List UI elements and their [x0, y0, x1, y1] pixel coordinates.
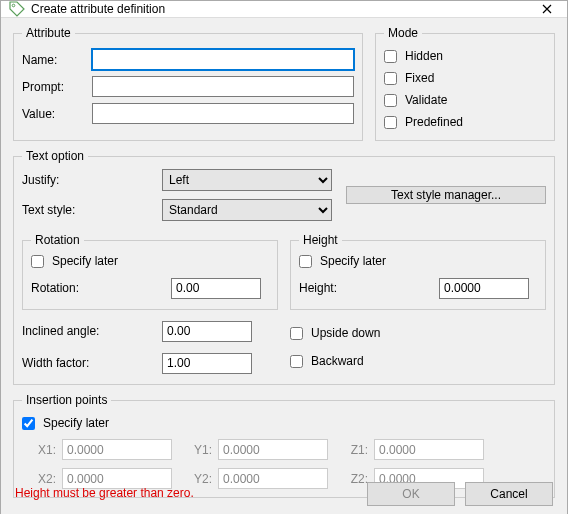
error-message: Height must be greater than zero.	[15, 486, 194, 500]
rotation-group: Rotation Specify later Rotation:	[22, 233, 278, 310]
predefined-label: Predefined	[405, 115, 463, 129]
fixed-checkbox[interactable]	[384, 72, 397, 85]
text-style-select[interactable]: Standard	[162, 199, 332, 221]
rotation-specify-label: Specify later	[52, 254, 118, 268]
y1-input	[218, 439, 328, 460]
attribute-group: Attribute Name: Prompt: Value:	[13, 26, 363, 141]
height-group: Height Specify later Height:	[290, 233, 546, 310]
z2-label: Z2:	[334, 472, 368, 486]
inclined-label: Inclined angle:	[22, 324, 162, 338]
text-option-legend: Text option	[22, 149, 88, 163]
prompt-input[interactable]	[92, 76, 354, 97]
name-input[interactable]	[92, 49, 354, 70]
value-label: Value:	[22, 107, 92, 121]
text-style-label: Text style:	[22, 203, 162, 217]
insertion-specify-label: Specify later	[43, 416, 109, 430]
justify-select[interactable]: Left	[162, 169, 332, 191]
hidden-checkbox[interactable]	[384, 50, 397, 63]
height-specify-checkbox[interactable]	[299, 255, 312, 268]
z1-label: Z1:	[334, 443, 368, 457]
predefined-checkbox[interactable]	[384, 116, 397, 129]
rotation-label: Rotation:	[31, 281, 171, 295]
backward-label: Backward	[311, 354, 364, 368]
window-title: Create attribute definition	[31, 2, 527, 16]
x1-input	[62, 439, 172, 460]
height-specify-label: Specify later	[320, 254, 386, 268]
width-factor-input[interactable]	[162, 353, 252, 374]
fixed-label: Fixed	[405, 71, 434, 85]
ok-button: OK	[367, 482, 455, 506]
mode-group: Mode Hidden Fixed Validate Predefined	[375, 26, 555, 141]
rotation-input[interactable]	[171, 278, 261, 299]
inclined-input[interactable]	[162, 321, 252, 342]
mode-legend: Mode	[384, 26, 422, 40]
height-input[interactable]	[439, 278, 529, 299]
y2-input	[218, 468, 328, 489]
rotation-legend: Rotation	[31, 233, 84, 247]
button-bar: OK Cancel	[367, 482, 553, 506]
rotation-specify-checkbox[interactable]	[31, 255, 44, 268]
cancel-button[interactable]: Cancel	[465, 482, 553, 506]
close-icon	[542, 4, 552, 14]
width-factor-label: Width factor:	[22, 356, 162, 370]
backward-checkbox[interactable]	[290, 355, 303, 368]
z1-input	[374, 439, 484, 460]
dialog-body: Attribute Name: Prompt: Value: Mode Hidd…	[1, 18, 567, 514]
validate-label: Validate	[405, 93, 447, 107]
justify-label: Justify:	[22, 173, 162, 187]
height-label: Height:	[299, 281, 439, 295]
upside-down-checkbox[interactable]	[290, 327, 303, 340]
text-option-group: Text option Justify: Left Text style man…	[13, 149, 555, 385]
tag-icon	[9, 1, 25, 17]
prompt-label: Prompt:	[22, 80, 92, 94]
y2-label: Y2:	[178, 472, 212, 486]
validate-checkbox[interactable]	[384, 94, 397, 107]
x2-label: X2:	[22, 472, 56, 486]
upside-down-label: Upside down	[311, 326, 380, 340]
y1-label: Y1:	[178, 443, 212, 457]
text-style-manager-button[interactable]: Text style manager...	[346, 186, 546, 204]
height-legend: Height	[299, 233, 342, 247]
attribute-legend: Attribute	[22, 26, 75, 40]
insertion-specify-checkbox[interactable]	[22, 417, 35, 430]
dialog-window: Create attribute definition Attribute Na…	[0, 0, 568, 514]
value-input[interactable]	[92, 103, 354, 124]
titlebar: Create attribute definition	[1, 1, 567, 18]
insertion-legend: Insertion points	[22, 393, 111, 407]
x1-label: X1:	[22, 443, 56, 457]
name-label: Name:	[22, 53, 92, 67]
hidden-label: Hidden	[405, 49, 443, 63]
